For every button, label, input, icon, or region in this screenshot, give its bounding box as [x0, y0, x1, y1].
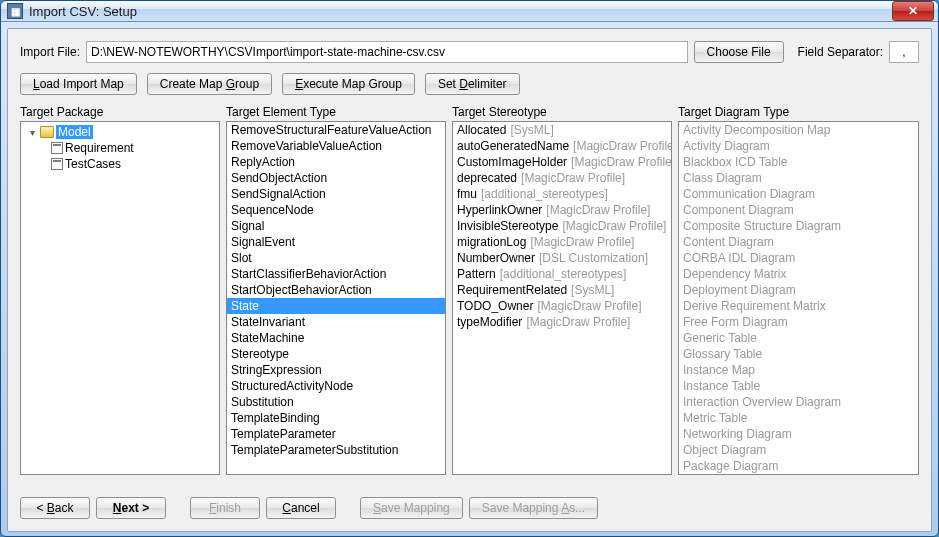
stereotype-item[interactable]: Allocated[SysML] [453, 122, 671, 138]
stereotype-item[interactable]: Pattern[additional_stereotypes] [453, 266, 671, 282]
stereotype-name: RequirementRelated [457, 283, 567, 297]
stereotype-item[interactable]: autoGeneratedName[MagicDraw Profile] [453, 138, 671, 154]
element-type-item[interactable]: StateInvariant [227, 314, 445, 330]
close-button[interactable]: ✕ [892, 1, 934, 21]
save-mapping-button: Save Mapping [360, 497, 463, 519]
stereotype-item[interactable]: NumberOwner[DSL Customization] [453, 250, 671, 266]
back-button[interactable]: < Back [20, 497, 90, 519]
element-type-item[interactable]: TemplateParameterSubstitution [227, 442, 445, 458]
stereotype-profile: [MagicDraw Profile] [571, 155, 672, 169]
element-type-item[interactable]: Signal [227, 218, 445, 234]
load-import-map-button[interactable]: Load Import Map [20, 73, 137, 95]
diagram-type-item[interactable]: Component Diagram [679, 202, 918, 218]
element-type-list[interactable]: RemoveStructuralFeatureValueActionRemove… [226, 121, 446, 475]
element-type-item[interactable]: RemoveVariableValueAction [227, 138, 445, 154]
stereotype-item[interactable]: migrationLog[MagicDraw Profile] [453, 234, 671, 250]
collapse-icon[interactable]: ▾ [27, 127, 38, 138]
client-area: Import File: Choose File Field Separator… [7, 28, 932, 532]
dialog-window: ▦ Import CSV: Setup ✕ Import File: Choos… [0, 0, 939, 537]
stereotype-name: typeModifier [457, 315, 522, 329]
element-type-item[interactable]: Stereotype [227, 346, 445, 362]
diagram-type-item[interactable]: Blackbox ICD Table [679, 154, 918, 170]
stereotype-profile: [SysML] [571, 283, 614, 297]
stereotype-profile: [MagicDraw Profile] [562, 219, 666, 233]
element-type-item[interactable]: TemplateBinding [227, 410, 445, 426]
stereotype-item[interactable]: TODO_Owner[MagicDraw Profile] [453, 298, 671, 314]
diagram-type-item[interactable]: Dependency Matrix [679, 266, 918, 282]
target-diagram-type-column: Target Diagram Type Activity Decompositi… [678, 105, 919, 475]
field-separator-input[interactable] [889, 41, 919, 63]
stereotype-name: TODO_Owner [457, 299, 533, 313]
stereotype-profile: [MagicDraw Profile] [521, 171, 625, 185]
tree-child[interactable]: TestCases [23, 156, 217, 172]
stereotype-name: CustomImageHolder [457, 155, 567, 169]
stereotype-name: NumberOwner [457, 251, 535, 265]
stereotype-profile: [additional_stereotypes] [481, 187, 608, 201]
package-tree[interactable]: ▾ Model RequirementTestCases [20, 121, 220, 475]
tree-child[interactable]: Requirement [23, 140, 217, 156]
element-type-item[interactable]: SignalEvent [227, 234, 445, 250]
choose-file-button[interactable]: Choose File [694, 41, 784, 63]
diagram-type-item[interactable]: Free Form Diagram [679, 314, 918, 330]
diagram-type-item[interactable]: Package Diagram [679, 458, 918, 474]
target-stereotype-label: Target Stereotype [452, 105, 672, 119]
stereotype-item[interactable]: typeModifier[MagicDraw Profile] [453, 314, 671, 330]
diagram-type-item[interactable]: Activity Diagram [679, 138, 918, 154]
element-type-item[interactable]: SequenceNode [227, 202, 445, 218]
stereotype-item[interactable]: fmu[additional_stereotypes] [453, 186, 671, 202]
diagram-type-item[interactable]: Networking Diagram [679, 426, 918, 442]
diagram-type-item[interactable]: CORBA IDL Diagram [679, 250, 918, 266]
element-type-item[interactable]: RemoveStructuralFeatureValueAction [227, 122, 445, 138]
diagram-type-item[interactable]: Activity Decomposition Map [679, 122, 918, 138]
diagram-type-item[interactable]: Instance Table [679, 378, 918, 394]
stereotype-profile: [MagicDraw Profile] [573, 139, 672, 153]
element-type-item[interactable]: Substitution [227, 394, 445, 410]
cancel-button[interactable]: Cancel [266, 497, 336, 519]
stereotype-profile: [SysML] [510, 123, 553, 137]
diagram-type-item[interactable]: Class Diagram [679, 170, 918, 186]
element-type-item[interactable]: TemplateParameter [227, 426, 445, 442]
stereotype-item[interactable]: HyperlinkOwner[MagicDraw Profile] [453, 202, 671, 218]
diagram-type-item[interactable]: Content Diagram [679, 234, 918, 250]
target-package-label: Target Package [20, 105, 220, 119]
diagram-type-item[interactable]: Communication Diagram [679, 186, 918, 202]
diagram-type-list[interactable]: Activity Decomposition MapActivity Diagr… [678, 121, 919, 475]
columns: Target Package ▾ Model RequirementTestCa… [20, 105, 919, 475]
field-separator-label: Field Separator: [798, 45, 883, 59]
diagram-type-item[interactable]: Metric Table [679, 410, 918, 426]
diagram-type-item[interactable]: Composite Structure Diagram [679, 218, 918, 234]
diagram-type-item[interactable]: Glossary Table [679, 346, 918, 362]
target-package-column: Target Package ▾ Model RequirementTestCa… [20, 105, 220, 475]
element-type-item[interactable]: StringExpression [227, 362, 445, 378]
element-type-item[interactable]: StructuredActivityNode [227, 378, 445, 394]
stereotype-profile: [MagicDraw Profile] [530, 235, 634, 249]
element-type-item[interactable]: Slot [227, 250, 445, 266]
diagram-type-item[interactable]: Instance Map [679, 362, 918, 378]
set-delimiter-button[interactable]: Set Delimiter [425, 73, 520, 95]
diagram-type-item[interactable]: Interaction Overview Diagram [679, 394, 918, 410]
tree-root[interactable]: ▾ Model [23, 124, 217, 140]
element-type-item[interactable]: StartClassifierBehaviorAction [227, 266, 445, 282]
stereotype-item[interactable]: deprecated[MagicDraw Profile] [453, 170, 671, 186]
stereotype-list[interactable]: Allocated[SysML]autoGeneratedName[MagicD… [452, 121, 672, 475]
element-type-item[interactable]: StateMachine [227, 330, 445, 346]
diagram-type-item[interactable]: Derive Requirement Matrix [679, 298, 918, 314]
create-map-group-button[interactable]: Create Map Group [147, 73, 272, 95]
stereotype-item[interactable]: InvisibleStereotype[MagicDraw Profile] [453, 218, 671, 234]
stereotype-item[interactable]: CustomImageHolder[MagicDraw Profile] [453, 154, 671, 170]
element-type-item[interactable]: SendSignalAction [227, 186, 445, 202]
diagram-type-item[interactable]: Generic Table [679, 330, 918, 346]
element-type-item[interactable]: ReplyAction [227, 154, 445, 170]
stereotype-item[interactable]: RequirementRelated[SysML] [453, 282, 671, 298]
element-type-item[interactable]: StartObjectBehaviorAction [227, 282, 445, 298]
execute-map-group-button[interactable]: Execute Map Group [282, 73, 415, 95]
package-icon [51, 158, 63, 170]
save-mapping-as-button: Save Mapping As... [469, 497, 598, 519]
package-icon [51, 142, 63, 154]
import-file-input[interactable] [86, 41, 688, 63]
element-type-item[interactable]: State [227, 298, 445, 314]
diagram-type-item[interactable]: Object Diagram [679, 442, 918, 458]
diagram-type-item[interactable]: Deployment Diagram [679, 282, 918, 298]
element-type-item[interactable]: SendObjectAction [227, 170, 445, 186]
next-button[interactable]: Next > [96, 497, 166, 519]
